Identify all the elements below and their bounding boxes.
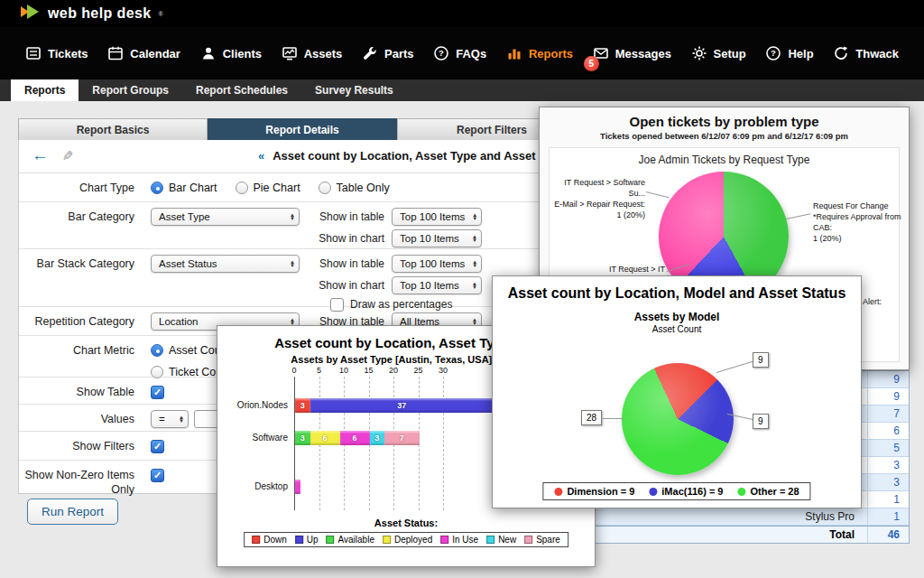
help-icon: ?	[765, 45, 781, 61]
show-in-chart-label: Show in chart	[309, 232, 384, 245]
messages-badge: 5	[584, 56, 599, 71]
legend-swatch	[327, 536, 335, 544]
show-table-label: Show Table	[19, 378, 145, 404]
faqs-icon: ?	[433, 45, 449, 61]
app-logo: web help desk®	[20, 4, 163, 23]
nav-item-reports[interactable]: Reports	[506, 45, 573, 61]
callout-line	[603, 418, 624, 419]
show-in-chart-label: Show in chart	[309, 279, 384, 292]
select-value: Asset Status	[159, 258, 217, 269]
repetition-category-label: Repetition Category	[19, 307, 145, 335]
back-icon[interactable]: ←	[32, 145, 49, 165]
window-asset-model-report[interactable]: Asset count by Location, Model and Asset…	[492, 275, 862, 508]
bar-category-chart-limit-select[interactable]: Top 10 Items▲▼	[392, 229, 482, 247]
legend-dot	[737, 488, 745, 496]
nav-item-faqs[interactable]: ? FAQs	[433, 45, 486, 61]
subtab-reports[interactable]: Reports	[11, 79, 79, 101]
legend-swatch	[486, 536, 494, 544]
bar-segment: 3	[370, 431, 385, 445]
radio-asset-count[interactable]	[151, 344, 163, 357]
chart-metric-label: Chart Metric	[19, 336, 145, 377]
bar-stack-category-select[interactable]: Asset Status▲▼	[151, 255, 300, 273]
select-value: =	[159, 414, 165, 424]
bar-stack-table-limit-select[interactable]: Top 100 Items▲▼	[392, 255, 482, 273]
chart-subtitle: Asset Count	[493, 324, 861, 334]
pie-slice-label: IT Request > Software Su... E-Mail > Rep…	[551, 177, 645, 221]
logo-chevrons-icon	[20, 4, 42, 23]
nav-label: Setup	[714, 47, 746, 61]
select-arrows-icon: ▲▼	[472, 282, 477, 290]
legend-label: Spare	[536, 535, 560, 545]
legend-swatch	[295, 536, 303, 544]
axis-tick-label: 20	[384, 366, 402, 375]
legend-label: New	[498, 535, 516, 545]
pie-chart-legend: Dimension = 9 iMac(116) = 9 Other = 28	[542, 482, 810, 500]
pie-slice-label: Request For Change *Requires Approval fr…	[813, 200, 903, 245]
pie-value-callout: 9	[753, 352, 769, 368]
pie-slice-label: Alert:	[863, 296, 882, 307]
report-title: «Asset count by Location, Asset Type and…	[258, 149, 557, 163]
bar-category-table-limit-select[interactable]: Top 100 Items▲▼	[392, 208, 482, 226]
radio-table-only[interactable]	[319, 182, 331, 194]
gear-icon	[691, 45, 707, 61]
select-value: Asset Type	[159, 211, 210, 222]
nav-item-assets[interactable]: Assets	[282, 45, 343, 61]
bar-stack-category-label: Bar Stack Category	[19, 249, 145, 306]
pie-value-callout: 28	[581, 410, 602, 425]
select-value: Top 10 Items	[400, 233, 459, 244]
values-operator-select[interactable]: =▲▼	[151, 410, 189, 428]
bar-category-select[interactable]: Asset Type▲▼	[151, 208, 300, 226]
callout-line	[646, 191, 669, 198]
legend-label: Down	[263, 535, 287, 545]
run-report-button[interactable]: Run Report	[27, 499, 118, 525]
callout-line	[716, 361, 753, 373]
radio-bar-chart[interactable]	[151, 182, 163, 194]
radio-pie-chart[interactable]	[236, 182, 248, 194]
legend-label: Available	[338, 535, 374, 545]
tab-report-basics[interactable]: Report Basics	[18, 118, 208, 140]
nav-item-messages[interactable]: 5 Messages	[593, 45, 671, 61]
show-filters-checkbox[interactable]	[151, 440, 164, 453]
bar-segment: 7	[384, 431, 420, 445]
legend-label: Deployed	[394, 535, 432, 545]
nav-item-thwack[interactable]: Thwack	[833, 45, 899, 61]
radio-label-table-only: Table Only	[337, 182, 390, 194]
edit-pencil-icon[interactable]: ✎	[62, 148, 74, 164]
nav-item-parts[interactable]: Parts	[362, 45, 414, 61]
reports-icon	[506, 45, 522, 61]
subtab-report-schedules[interactable]: Report Schedules	[182, 79, 301, 101]
app-window: web help desk® Tickets Calendar Clients …	[0, 0, 924, 578]
radio-ticket-count[interactable]	[151, 366, 163, 378]
tickets-icon	[25, 45, 42, 61]
window-subtitle: Tickets opened between 6/12/07 6:09 pm a…	[540, 131, 909, 141]
show-nonzero-checkbox[interactable]	[151, 469, 164, 482]
nav-label: Help	[788, 47, 813, 61]
show-filters-label: Show Filters	[19, 432, 145, 460]
nav-item-tickets[interactable]: Tickets	[25, 45, 88, 61]
legend-dot	[554, 488, 562, 496]
nav-label: Assets	[304, 47, 343, 61]
values-label: Values	[19, 405, 145, 431]
bar-stack-chart-limit-select[interactable]: Top 10 Items▲▼	[392, 276, 482, 294]
bar-category-label: Bar Category	[19, 202, 145, 248]
nav-item-help[interactable]: ? Help	[765, 45, 813, 61]
subtab-survey-results[interactable]: Survey Results	[301, 79, 407, 101]
parts-icon	[362, 45, 378, 61]
nav-item-clients[interactable]: Clients	[200, 45, 262, 61]
nav-label: Parts	[384, 47, 414, 61]
select-arrows-icon: ▲▼	[472, 235, 477, 243]
legend-swatch	[524, 536, 532, 544]
collapse-chevron-icon[interactable]: «	[258, 149, 264, 163]
nav-item-calendar[interactable]: Calendar	[107, 45, 180, 61]
show-table-checkbox[interactable]	[151, 386, 164, 399]
legend-swatch	[440, 536, 448, 544]
tab-report-details[interactable]: Report Details	[208, 118, 397, 140]
nav-item-setup[interactable]: Setup	[691, 45, 746, 61]
show-nonzero-label: Show Non-Zero Items Only	[19, 461, 145, 493]
table-row: Stylus Pro1	[592, 508, 909, 526]
select-arrows-icon: ▲▼	[472, 260, 477, 268]
messages-icon: 5	[593, 45, 609, 61]
window-title: Open tickets by problem type	[540, 114, 909, 129]
subtab-report-groups[interactable]: Report Groups	[79, 79, 182, 101]
legend-label: In Use	[452, 535, 478, 545]
